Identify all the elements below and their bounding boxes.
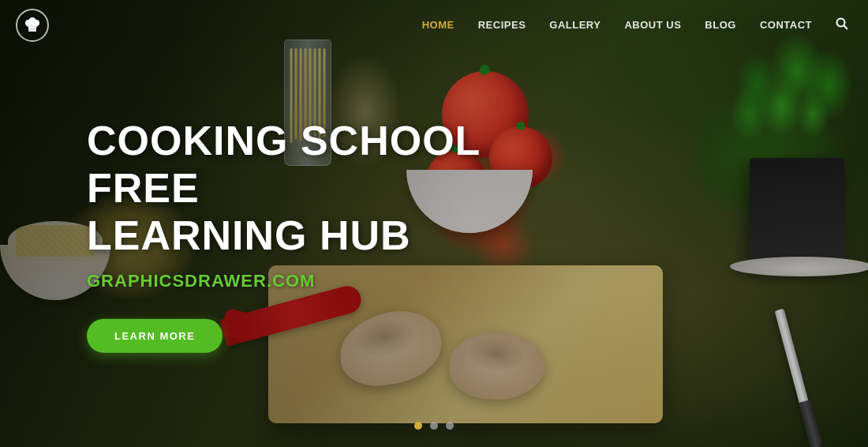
svg-line-7 bbox=[844, 25, 848, 29]
nav-recipes[interactable]: RECIPES bbox=[478, 19, 526, 31]
slide-dots bbox=[414, 422, 454, 430]
nav-blog[interactable]: BLOG bbox=[705, 19, 736, 31]
hero-subtitle: GRAPHICSDRAWER.COM bbox=[87, 271, 560, 291]
svg-point-4 bbox=[28, 17, 36, 25]
svg-point-6 bbox=[837, 18, 845, 26]
slide-dot-2[interactable] bbox=[430, 422, 438, 430]
hero-title-line2: LEARNING HUB bbox=[87, 212, 411, 257]
nav-contact[interactable]: CONTACT bbox=[760, 19, 812, 31]
nav-about-us[interactable]: ABOUT US bbox=[624, 19, 681, 31]
hero-section: HOME RECIPES GALLERY ABOUT US BLOG CONTA… bbox=[0, 0, 868, 447]
nav-links: HOME RECIPES GALLERY ABOUT US BLOG CONTA… bbox=[422, 17, 848, 33]
logo[interactable] bbox=[16, 9, 49, 42]
learn-more-button[interactable]: LEARN MORE bbox=[87, 319, 223, 353]
chef-hat-icon bbox=[23, 16, 42, 35]
nav-home[interactable]: HOME bbox=[422, 19, 455, 31]
logo-icon bbox=[16, 9, 49, 42]
slide-dot-3[interactable] bbox=[446, 422, 454, 430]
slide-dot-1[interactable] bbox=[414, 422, 422, 430]
svg-rect-5 bbox=[29, 28, 36, 29]
hero-title: COOKING SCHOOL FREE LEARNING HUB bbox=[87, 118, 560, 259]
hero-content: COOKING SCHOOL FREE LEARNING HUB GRAPHIC… bbox=[87, 118, 560, 353]
nav-gallery[interactable]: GALLERY bbox=[549, 19, 600, 31]
search-icon[interactable] bbox=[836, 17, 848, 33]
navbar: HOME RECIPES GALLERY ABOUT US BLOG CONTA… bbox=[0, 0, 868, 50]
hero-title-line1: COOKING SCHOOL FREE bbox=[87, 118, 480, 211]
